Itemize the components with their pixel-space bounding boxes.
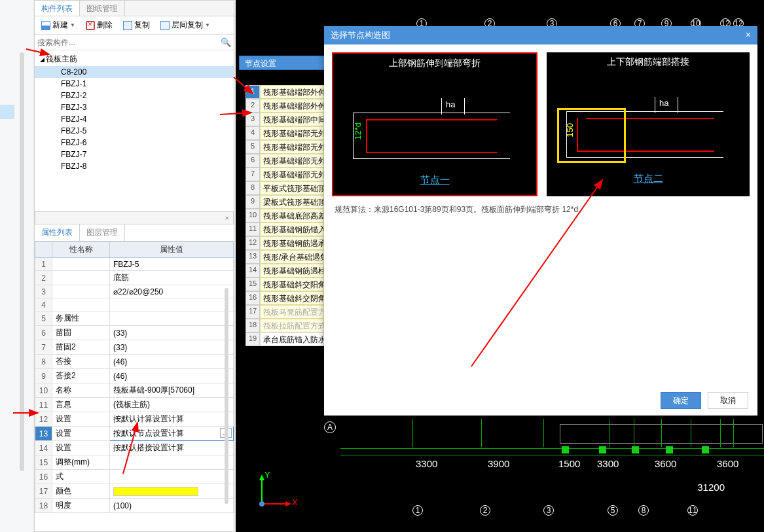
dimension-label: 3900 <box>488 458 509 469</box>
grid-handle[interactable] <box>562 446 569 453</box>
grid-line <box>720 419 721 447</box>
property-row[interactable]: 4 <box>35 298 234 311</box>
property-row[interactable]: 18明度(100) <box>35 499 234 513</box>
color-swatch[interactable] <box>113 487 198 496</box>
option-node-2[interactable]: 上下部钢筋端部搭接 ha 150 节点二 <box>547 52 750 196</box>
delete-icon <box>86 21 95 30</box>
node-row[interactable]: 7筏形基础端部无外伸 <box>246 168 324 181</box>
col-header-value: 属性值 <box>110 242 234 258</box>
tree-item[interactable]: FBZJ-3 <box>35 101 234 113</box>
node-structure-dialog: 选择节点构造图× 上部钢筋伸到端部弯折 ha 12*d 节点一 <box>324 26 757 416</box>
property-row[interactable]: 7苗固2(33) <box>35 340 234 355</box>
tree-root[interactable]: ◢筏板主筋 <box>35 52 234 66</box>
new-icon <box>41 21 50 30</box>
node-settings-header[interactable]: 节点设置 <box>239 56 327 70</box>
grid-line <box>412 419 413 447</box>
delete-button[interactable]: 删除 <box>82 18 117 33</box>
axis-tag-a: A <box>324 421 336 433</box>
tab-component-list[interactable]: 构件列表 <box>35 1 80 16</box>
node-row[interactable]: 19承台底筋锚入防水底 <box>246 332 324 346</box>
property-row[interactable]: 13设置按默认节点设置计算… <box>35 427 234 441</box>
tree-item[interactable]: FBZJ-6 <box>35 137 234 149</box>
search-input[interactable] <box>37 38 221 47</box>
property-row[interactable]: 6苗固(33) <box>35 326 234 340</box>
search-icon[interactable]: 🔍 <box>221 37 231 47</box>
node-row[interactable]: 13筏形/承台基础遇集水 <box>246 250 324 264</box>
tree-item[interactable]: FBZJ-7 <box>35 149 234 160</box>
node-row[interactable]: 4筏形基础端部无外伸 <box>246 126 324 140</box>
ok-button[interactable]: 确定 <box>661 392 701 409</box>
scrollbar-thumb[interactable] <box>20 52 24 471</box>
node-row[interactable]: 9梁板式筏形基础顶部 <box>246 195 324 209</box>
node-row[interactable]: 8平板式筏形基础顶部 <box>246 181 324 195</box>
cancel-button[interactable]: 取消 <box>708 392 748 409</box>
axis-mark: 5 <box>608 505 618 516</box>
new-button[interactable]: 新建▼ <box>37 18 79 33</box>
side-indicator <box>0 105 14 119</box>
node-row[interactable]: 11筏形基础钢筋锚入梯 <box>246 222 324 236</box>
node-row[interactable]: 3筏形基础端部中间层 <box>246 113 324 126</box>
node-row[interactable]: 2筏形基础端部外伸下 <box>246 99 324 113</box>
grid-handle[interactable] <box>632 446 639 453</box>
chevron-down-icon: ▼ <box>70 22 75 28</box>
node-row[interactable]: 1筏形基础端部外伸上 <box>246 85 324 99</box>
tab-drawing-mgmt[interactable]: 图纸管理 <box>80 1 125 16</box>
copy-button[interactable]: 复制 <box>119 18 154 33</box>
node-row[interactable]: 5筏形基础端部无外伸 <box>246 140 324 154</box>
close-icon[interactable]: × <box>225 214 229 222</box>
property-row[interactable]: 5务属性 <box>35 311 234 326</box>
node-row[interactable]: 16筏形基础斜交阴角构 <box>246 291 324 305</box>
tree-item[interactable]: FBZJ-1 <box>35 78 234 90</box>
property-row[interactable]: 10名称筏板基础-900厚[57060] <box>35 383 234 398</box>
property-row[interactable]: 14设置按默认搭接设置计算 <box>35 441 234 455</box>
grid-handle[interactable] <box>599 446 606 453</box>
property-row[interactable]: 12设置按默认计算设置计算 <box>35 412 234 427</box>
close-icon[interactable]: × <box>746 29 751 41</box>
grid-line <box>691 419 691 447</box>
node-row[interactable]: 10筏形基础底部高差节 <box>246 209 324 222</box>
property-row[interactable]: 17颜色 <box>35 484 234 499</box>
property-row[interactable]: 9荅接2(46) <box>35 369 234 383</box>
col-header-name: 性名称 <box>52 242 110 258</box>
property-row[interactable]: 1FBZJ-5 <box>35 258 234 271</box>
grid-h <box>340 448 764 449</box>
tree-item[interactable]: FBZJ-2 <box>35 90 234 101</box>
property-row[interactable]: 8荅接(46) <box>35 355 234 369</box>
tab-prop-list[interactable]: 属性列表 <box>35 224 80 241</box>
node-row[interactable]: 6筏形基础端部无外伸 <box>246 154 324 168</box>
tree-item[interactable]: FBZJ-8 <box>35 160 234 172</box>
node-row[interactable]: 15筏形基础斜交阳角构 <box>246 277 324 291</box>
grid-line <box>481 419 482 447</box>
grid-line <box>609 419 609 447</box>
property-row[interactable]: 3⌀22/⌀20@250 <box>35 285 234 298</box>
option-node-1[interactable]: 上部钢筋伸到端部弯折 ha 12*d 节点一 <box>332 52 537 196</box>
node1-link[interactable]: 节点一 <box>333 171 536 189</box>
option2-title: 上下部钢筋端部搭接 <box>547 52 750 72</box>
grid-line <box>634 419 634 447</box>
tree-item[interactable]: FBZJ-4 <box>35 113 234 125</box>
grid-handle[interactable] <box>702 446 709 453</box>
dimension-label: 3600 <box>717 458 738 469</box>
tree-item[interactable]: C8-200 <box>35 66 234 78</box>
axis-mark: 11 <box>687 505 698 516</box>
axis-mark: 8 <box>638 505 649 516</box>
node-row[interactable]: 14筏形基础钢筋遇柱墙 <box>246 264 324 277</box>
node-row[interactable]: 18筏板拉筋配置方式 <box>246 319 324 332</box>
property-row[interactable]: 11言息(筏板主筋) <box>35 398 234 412</box>
property-row[interactable]: 15调整(mm) <box>35 455 234 470</box>
tree-item[interactable]: FBZJ-5 <box>35 125 234 137</box>
layer-copy-button[interactable]: 层间复制▼ <box>156 18 214 33</box>
grid-handle[interactable] <box>666 446 673 453</box>
tab-layer-mgmt[interactable]: 图层管理 <box>80 224 125 241</box>
scrollbar-thin[interactable] <box>225 288 228 504</box>
node2-link[interactable]: 节点二 <box>547 170 750 188</box>
axis-indicator: Y X <box>255 471 295 512</box>
node-row[interactable]: 17筏板马凳筋配置方式 <box>246 305 324 319</box>
dialog-title: 选择节点构造图 <box>331 29 390 41</box>
prop-panel-header[interactable]: × <box>35 211 234 224</box>
node-row[interactable]: 12筏形基础钢筋遇承台 <box>246 236 324 250</box>
property-row[interactable]: 16式 <box>35 470 234 484</box>
property-row[interactable]: 2底筋 <box>35 271 234 285</box>
grid-h <box>340 455 764 455</box>
dialog-note: 规范算法：来源16G101-3第89页和93页。筏板面筋伸到端部弯折 12*d。 <box>332 204 750 215</box>
